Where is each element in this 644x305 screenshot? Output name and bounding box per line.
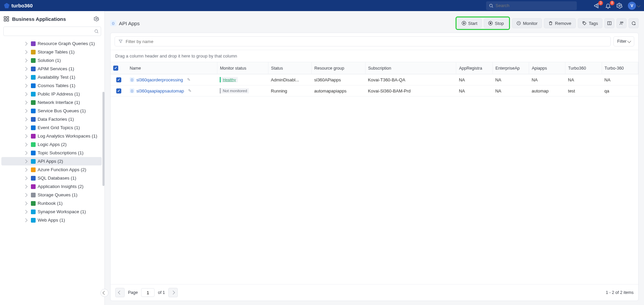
sidebar-item[interactable]: Web Apps (1) xyxy=(1,216,102,224)
sidebar: Business Applications Resource Graph Que… xyxy=(0,11,105,305)
announcements-button[interactable]: 3 xyxy=(594,3,600,9)
sidebar-item[interactable]: Network Interface (1) xyxy=(1,98,102,107)
row-checkbox[interactable] xyxy=(116,88,121,93)
sidebar-item[interactable]: Storage Tables (1) xyxy=(1,48,102,56)
brand-name: turbo360 xyxy=(11,3,33,8)
resource-type-icon xyxy=(31,151,36,155)
stop-label: Stop xyxy=(495,21,504,26)
resource-type-icon xyxy=(31,159,36,164)
select-all-checkbox[interactable] xyxy=(113,66,118,71)
gear-icon xyxy=(616,3,622,9)
monitor-button[interactable]: Monitor xyxy=(512,18,542,28)
sidebar-item[interactable]: API Apps (2) xyxy=(1,157,102,165)
edit-icon[interactable]: ✎ xyxy=(188,88,191,93)
filter-input[interactable] xyxy=(126,39,607,44)
chevron-right-icon xyxy=(24,168,27,171)
tags-button[interactable]: Tags xyxy=(578,18,602,28)
columns-button[interactable] xyxy=(604,18,614,28)
sidebar-item[interactable]: Synapse Workspace (1) xyxy=(1,207,102,216)
main-content: ⟨⟩ API Apps Start Stop Monitor xyxy=(105,11,644,305)
column-header[interactable]: Status xyxy=(268,62,311,74)
column-header[interactable]: EnterpriseAp xyxy=(492,62,529,74)
sidebar-item[interactable]: Resource Graph Queries (1) xyxy=(1,39,102,48)
sidebar-item[interactable]: Application Insights (2) xyxy=(1,182,102,191)
resource-type-icon xyxy=(31,75,36,80)
sidebar-item[interactable]: Topic Subscriptions (1) xyxy=(1,149,102,157)
table-row[interactable]: ⟨⟩ sl360qaapiappsautomap ✎ Not monitored… xyxy=(111,85,638,97)
sidebar-item[interactable]: Solution (1) xyxy=(1,56,102,65)
monitor-status-pill[interactable]: Not monitored xyxy=(220,88,249,93)
column-header[interactable]: Resource group xyxy=(311,62,365,74)
sidebar-item[interactable]: APIM Services (1) xyxy=(1,65,102,73)
refresh-icon xyxy=(631,21,636,26)
page-title: API Apps xyxy=(119,21,140,26)
prev-page-button[interactable] xyxy=(115,288,125,297)
share-button[interactable] xyxy=(616,18,627,28)
filter-by-name[interactable] xyxy=(115,36,611,46)
pager: Page of 1 xyxy=(115,288,178,297)
sidebar-item[interactable]: Logic Apps (2) xyxy=(1,140,102,149)
notifications-badge: 8 xyxy=(610,1,614,5)
sidebar-item[interactable]: Cosmos Tables (1) xyxy=(1,81,102,90)
sidebar-item[interactable]: Availability Test (1) xyxy=(1,73,102,81)
resource-name-link[interactable]: sl360qaorderprocessing xyxy=(136,77,183,82)
global-search[interactable] xyxy=(486,1,577,10)
group-by-hint[interactable]: Drag a column header and drop it here to… xyxy=(111,50,638,62)
collapse-sidebar-button[interactable] xyxy=(100,289,109,297)
start-button[interactable]: Start xyxy=(457,18,482,28)
sidebar-item[interactable]: Event Grid Topics (1) xyxy=(1,123,102,132)
edit-icon[interactable]: ✎ xyxy=(187,77,190,82)
stop-button[interactable]: Stop xyxy=(484,18,508,28)
sidebar-item[interactable]: Storage Queues (1) xyxy=(1,191,102,199)
sidebar-item[interactable]: Data Factories (1) xyxy=(1,115,102,123)
logo-icon xyxy=(4,3,9,8)
column-header[interactable]: Monitor status xyxy=(217,62,268,74)
sidebar-gear-icon[interactable] xyxy=(94,16,99,22)
filter-icon xyxy=(118,39,123,44)
sidebar-item[interactable]: Log Analytics Workspaces (1) xyxy=(1,132,102,140)
row-checkbox[interactable] xyxy=(116,77,121,82)
api-app-icon: ⟨⟩ xyxy=(130,88,134,93)
sidebar-item[interactable]: Runbook (1) xyxy=(1,199,102,207)
notifications-button[interactable]: 8 xyxy=(605,3,611,9)
sidebar-item[interactable]: SQL Databases (1) xyxy=(1,174,102,182)
sidebar-item[interactable]: Azure Function Apps (2) xyxy=(1,165,102,174)
resource-type-icon xyxy=(31,92,36,97)
settings-button[interactable] xyxy=(616,3,622,9)
scrollbar[interactable] xyxy=(102,92,104,186)
column-header[interactable]: Apiapps xyxy=(529,62,565,74)
logo[interactable]: turbo360 xyxy=(4,3,33,8)
chevron-right-icon xyxy=(24,67,27,71)
filter-dropdown[interactable]: Filter xyxy=(613,36,634,46)
table-row[interactable]: ⟨⟩ sl360qaorderprocessing ✎ Healthy Admi… xyxy=(111,74,638,85)
resource-type-icon xyxy=(31,176,36,181)
svg-rect-6 xyxy=(7,20,9,21)
sidebar-item-label: Event Grid Topics (1) xyxy=(38,125,80,130)
svg-point-8 xyxy=(95,30,97,32)
remove-button[interactable]: Remove xyxy=(544,18,575,28)
chevron-right-icon xyxy=(24,42,27,45)
resource-name-link[interactable]: sl360qaapiappsautomap xyxy=(136,88,184,93)
resource-type-icon xyxy=(31,67,36,71)
page-number-input[interactable] xyxy=(141,288,155,297)
monitor-status-pill[interactable]: Healthy xyxy=(220,77,238,82)
sidebar-item[interactable]: Service Bus Queues (1) xyxy=(1,107,102,115)
sidebar-item[interactable]: Public IP Address (1) xyxy=(1,90,102,98)
sidebar-item-label: Solution (1) xyxy=(38,58,61,63)
refresh-button[interactable] xyxy=(629,18,639,28)
column-header[interactable]: Turbo360 xyxy=(565,62,602,74)
column-header[interactable]: Turbo-360 xyxy=(602,62,638,74)
cell: NA xyxy=(602,74,638,85)
search-icon xyxy=(94,29,99,34)
sidebar-search-input[interactable] xyxy=(6,29,94,34)
chevron-right-icon xyxy=(24,109,27,113)
column-header[interactable]: AppRegistra xyxy=(456,62,492,74)
svg-point-0 xyxy=(489,4,492,7)
user-menu[interactable]: V xyxy=(628,2,640,10)
next-page-button[interactable] xyxy=(168,288,178,297)
chevron-right-icon xyxy=(24,126,27,129)
sidebar-search[interactable] xyxy=(3,27,101,36)
global-search-input[interactable] xyxy=(496,3,574,8)
column-header[interactable]: Name xyxy=(127,62,217,74)
column-header[interactable]: Subscription xyxy=(365,62,456,74)
